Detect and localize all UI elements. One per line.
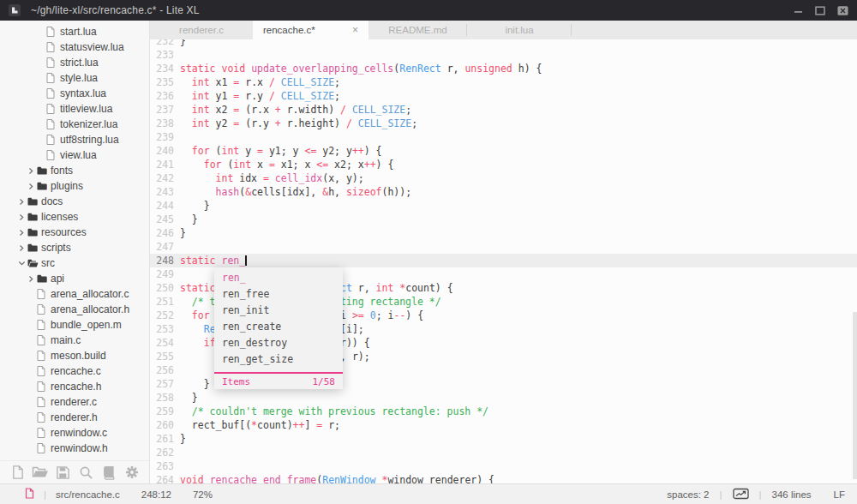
autocomplete-item-ren-[interactable]: ren_: [214, 270, 343, 286]
tree-item-style-lua[interactable]: style.lua: [0, 70, 149, 86]
tree-item-meson-build[interactable]: meson.build: [0, 348, 149, 363]
chevron-right-icon[interactable]: [18, 213, 27, 221]
tree-item-renderer-h[interactable]: renderer.h: [0, 410, 149, 425]
code-line-242[interactable]: 242 int idx = cell_idx(x, y);: [150, 171, 857, 185]
code-line-237[interactable]: 237 int x2 = (r.x + r.width) / CELL_SIZE…: [150, 103, 857, 117]
code-line-247[interactable]: 247: [150, 240, 857, 254]
tab-init-lua[interactable]: init.lua: [467, 21, 572, 39]
autocomplete-item-ren-free[interactable]: ren_free: [214, 286, 343, 303]
tree-item-renwindow-h[interactable]: renwindow.h: [0, 441, 149, 456]
tree-item-syntax-lua[interactable]: syntax.lua: [0, 86, 149, 101]
code-line-236[interactable]: 236 int y1 = r.y / CELL_SIZE;: [150, 89, 857, 103]
tree-item-renwindow-c[interactable]: renwindow.c: [0, 425, 149, 441]
code-line-261[interactable]: 261}: [150, 432, 857, 446]
line-number: 249: [150, 267, 174, 281]
code-line-244[interactable]: 244 }: [150, 199, 857, 213]
tree-item-statusview-lua[interactable]: statusview.lua: [0, 39, 149, 55]
tree-item-arena-allocator-c[interactable]: arena_allocator.c: [0, 286, 149, 302]
code-line-238[interactable]: 238 int y2 = (r.y + r.height) / CELL_SIZ…: [150, 117, 857, 130]
code-line-235[interactable]: 235 int x1 = r.x / CELL_SIZE;: [150, 75, 857, 89]
tree-item-main-c[interactable]: main.c: [0, 333, 149, 348]
status-line-count[interactable]: 346 lines: [772, 489, 812, 500]
chevron-right-icon[interactable]: [27, 275, 37, 283]
status-indent-mode[interactable]: spaces: 2: [667, 489, 709, 500]
tab-readme-md[interactable]: README.md: [369, 21, 467, 39]
save-icon[interactable]: [55, 464, 72, 481]
status-cursor-position[interactable]: 248:12: [141, 489, 171, 500]
tree-item-label: tokenizer.lua: [60, 118, 117, 130]
maximize-button[interactable]: [814, 5, 826, 15]
chevron-right-icon[interactable]: [27, 167, 37, 175]
line-chart-icon[interactable]: [733, 488, 749, 501]
status-file-path[interactable]: src/rencache.c: [56, 489, 120, 500]
tree-item-tokenizer-lua[interactable]: tokenizer.lua: [0, 117, 149, 132]
minimize-button[interactable]: [792, 5, 804, 15]
tab-close-icon[interactable]: ×: [352, 25, 358, 35]
tree-item-arena-allocator-h[interactable]: arena_allocator.h: [0, 302, 149, 317]
code-line-240[interactable]: 240 for (int y = y1; y <= y2; y++) {: [150, 144, 857, 158]
code-line-258[interactable]: 258 }: [150, 391, 857, 405]
line-number: 264: [150, 473, 174, 483]
tree-item-plugins[interactable]: plugins: [0, 178, 149, 194]
tab-rencache-c[interactable]: rencache.c*×: [253, 21, 369, 39]
open-folder-icon[interactable]: [32, 464, 49, 481]
line-number: 235: [150, 75, 174, 89]
settings-icon[interactable]: [123, 464, 141, 481]
tree-item-fonts[interactable]: fonts: [0, 163, 149, 178]
autocomplete-footer-label: Items: [222, 376, 250, 387]
code-line-233[interactable]: 233: [150, 48, 857, 62]
editor-scrollbar[interactable]: [853, 312, 857, 479]
line-number: 248: [150, 254, 174, 267]
search-icon[interactable]: [77, 464, 94, 481]
code-line-264[interactable]: 264void rencache_end_frame(RenWindow *wi…: [150, 473, 857, 483]
autocomplete-item-ren-init[interactable]: ren_init: [214, 303, 343, 319]
chevron-right-icon[interactable]: [18, 198, 27, 206]
tree-item-docs[interactable]: docs: [0, 194, 149, 209]
tree-item-scripts[interactable]: scripts: [0, 240, 149, 255]
code-line-245[interactable]: 245 }: [150, 213, 857, 226]
tree-item-rencache-h[interactable]: rencache.h: [0, 379, 149, 394]
tree-item-view-lua[interactable]: view.lua: [0, 147, 149, 163]
chevron-right-icon[interactable]: [27, 183, 37, 190]
close-button[interactable]: [836, 5, 848, 15]
chevron-down-icon[interactable]: [18, 260, 27, 267]
folder-icon: [37, 166, 51, 175]
book-icon[interactable]: [100, 464, 117, 481]
code-line-248[interactable]: 248static ren_: [150, 254, 857, 267]
tab-label: rencache.c*: [263, 25, 315, 35]
app-logo-icon: [9, 4, 21, 16]
status-scroll-percent[interactable]: 72%: [193, 489, 213, 500]
tree-item-src[interactable]: src: [0, 255, 149, 271]
code-line-246[interactable]: 246}: [150, 226, 857, 240]
line-number: 234: [150, 62, 174, 75]
tab-renderer-c[interactable]: renderer.c: [150, 21, 253, 39]
status-line-ending[interactable]: LF: [834, 489, 845, 500]
autocomplete-item-ren-destroy[interactable]: ren_destroy: [214, 335, 343, 351]
code-editor[interactable]: 232}233234static void update_overlapping…: [150, 39, 857, 483]
code-line-259[interactable]: 259 /* couldn't merge with previous rect…: [150, 405, 857, 418]
tree-item-resources[interactable]: resources: [0, 225, 149, 240]
tree-item-licenses[interactable]: licenses: [0, 209, 149, 225]
code-line-262[interactable]: 262: [150, 446, 857, 459]
autocomplete-item-ren-get-size[interactable]: ren_get_size: [214, 351, 343, 368]
code-line-234[interactable]: 234static void update_overlapping_cells(…: [150, 62, 857, 75]
code-line-241[interactable]: 241 for (int x = x1; x <= x2; x++) {: [150, 158, 857, 171]
tree-item-bundle-open-m[interactable]: bundle_open.m: [0, 317, 149, 333]
tree-item-titleview-lua[interactable]: titleview.lua: [0, 101, 149, 117]
chevron-right-icon[interactable]: [18, 244, 27, 252]
tree-item-renderer-c[interactable]: renderer.c: [0, 394, 149, 410]
new-file-icon[interactable]: [9, 464, 26, 481]
code-line-232[interactable]: 232}: [150, 39, 857, 48]
code-line-239[interactable]: 239: [150, 130, 857, 144]
line-number: 252: [150, 309, 174, 322]
code-line-243[interactable]: 243 hash(&cells[idx], &h, sizeof(h));: [150, 185, 857, 199]
tree-item-api[interactable]: api: [0, 271, 149, 286]
tree-item-rencache-c[interactable]: rencache.c: [0, 363, 149, 379]
tree-item-strict-lua[interactable]: strict.lua: [0, 55, 149, 70]
code-line-263[interactable]: 263: [150, 459, 857, 473]
chevron-right-icon[interactable]: [18, 229, 27, 237]
autocomplete-item-ren-create[interactable]: ren_create: [214, 319, 343, 335]
tree-item-start-lua[interactable]: start.lua: [0, 24, 149, 39]
tree-item-utf8string-lua[interactable]: utf8string.lua: [0, 132, 149, 147]
code-line-260[interactable]: 260 rect_buf[(*count)++] = r;: [150, 418, 857, 432]
